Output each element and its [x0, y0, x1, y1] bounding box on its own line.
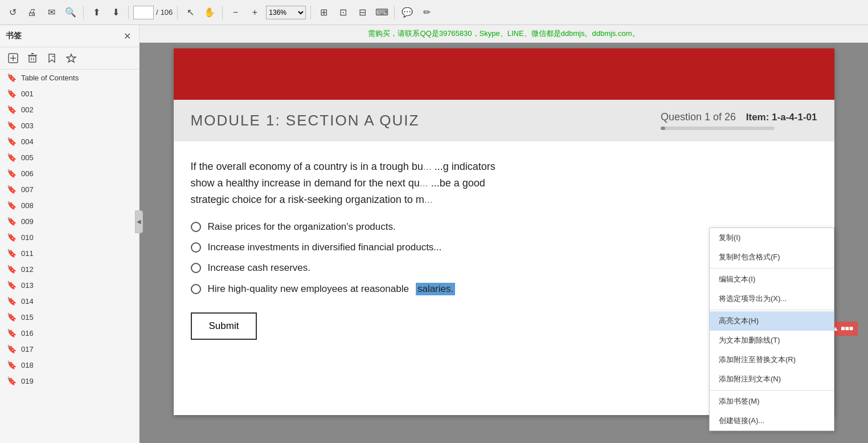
sidebar-item-label-015: 015: [21, 313, 34, 322]
divider-1: [83, 6, 84, 19]
sidebar-star-button[interactable]: [64, 51, 79, 66]
upload-button[interactable]: ⬆: [88, 5, 104, 21]
sidebar-item-label-016: 016: [21, 329, 34, 338]
sidebar: 书签 ✕ 🔖 Table of Contents: [0, 25, 140, 443]
sidebar-item-014[interactable]: 🔖 014: [0, 293, 139, 309]
watermark-bar: 需购买，请联系QQ是39765830，Skype、LINE、微信都是ddbmjs…: [140, 25, 868, 43]
sidebar-list[interactable]: 🔖 Table of Contents 🔖 001 🔖 002 🔖 003 🔖 …: [0, 70, 139, 443]
sidebar-toc-header[interactable]: 🔖 Table of Contents: [0, 70, 139, 86]
pdf-radio-3[interactable]: [191, 263, 201, 273]
sidebar-item-label-004: 004: [21, 137, 34, 146]
toc-bookmark-icon: 🔖: [7, 73, 17, 82]
bookmark-icon-002: 🔖: [7, 105, 17, 114]
context-menu-edit-text[interactable]: 编辑文本(I): [710, 270, 834, 289]
sidebar-item-015[interactable]: 🔖 015: [0, 309, 139, 325]
sidebar-item-005[interactable]: 🔖 005: [0, 149, 139, 165]
sidebar-item-003[interactable]: 🔖 003: [0, 117, 139, 133]
context-menu-divider-2: [710, 310, 834, 310]
context-menu-copy[interactable]: 复制(I): [710, 228, 834, 247]
pdf-radio-2[interactable]: [191, 242, 201, 253]
sidebar-bookmark-button[interactable]: [44, 51, 59, 66]
bookmark-icon-015: 🔖: [7, 312, 17, 322]
sidebar-item-006[interactable]: 🔖 006: [0, 165, 139, 181]
bookmark-icon-019: 🔖: [7, 376, 17, 385]
sidebar-title: 书签: [6, 31, 22, 41]
sidebar-add-button[interactable]: [6, 51, 21, 66]
pdf-option-text-4-prefix: Hire high-quality new employees at reaso…: [208, 283, 409, 295]
context-menu-export[interactable]: 将选定项导出为(X)...: [710, 289, 834, 308]
comment-button[interactable]: 💬: [399, 5, 415, 21]
print-button[interactable]: 🖨: [24, 5, 40, 21]
pdf-section-header: MODULE 1: SECTION A QUIZ Question 1 of 2…: [174, 100, 834, 141]
context-menu-create-link[interactable]: 创建链接(A)...: [710, 411, 834, 430]
bookmark-icon-006: 🔖: [7, 169, 17, 178]
sidebar-item-019[interactable]: 🔖 019: [0, 373, 139, 389]
download-button[interactable]: ⬇: [108, 5, 124, 21]
bookmark-icon-007: 🔖: [7, 185, 17, 194]
zoom-out-button[interactable]: −: [227, 5, 243, 21]
sidebar-delete-button[interactable]: [25, 51, 40, 66]
sidebar-item-label-019: 019: [21, 377, 34, 385]
sidebar-item-001[interactable]: 🔖 001: [0, 86, 139, 101]
context-menu-add-bookmark[interactable]: 添加书签(M): [710, 392, 834, 411]
context-menu-highlight[interactable]: 高亮文本(H): [710, 311, 834, 331]
sidebar-item-label-013: 013: [21, 281, 34, 290]
zoom-select[interactable]: 136% 100% 150% 200%: [266, 6, 306, 19]
pdf-radio-4[interactable]: [191, 284, 201, 294]
bookmark-icon-005: 🔖: [7, 153, 17, 162]
submit-button[interactable]: Submit: [191, 312, 257, 340]
pdf-area: 需购买，请联系QQ是39765830，Skype、LINE、微信都是ddbmjs…: [140, 25, 868, 443]
context-menu-strikethrough[interactable]: 为文本加删除线(T): [710, 331, 834, 350]
sidebar-item-010[interactable]: 🔖 010: [0, 229, 139, 245]
sidebar-item-label-006: 006: [21, 169, 34, 178]
divider-2: [128, 6, 129, 19]
fit-page-button[interactable]: ⊞: [316, 5, 331, 21]
pdf-radio-1[interactable]: [191, 222, 201, 232]
page-input[interactable]: 3: [133, 6, 154, 19]
sidebar-item-011[interactable]: 🔖 011: [0, 245, 139, 261]
sidebar-item-label-002: 002: [21, 105, 34, 114]
pdf-red-banner: [174, 48, 834, 100]
bookmark-icon-012: 🔖: [7, 265, 17, 274]
pdf-option-text-4-highlight: salaries.: [416, 283, 455, 295]
hand-tool-button[interactable]: ✋: [202, 5, 218, 21]
sidebar-item-label-003: 003: [21, 121, 34, 130]
pdf-module-title: MODULE 1: SECTION A QUIZ: [191, 112, 420, 129]
context-menu-replace-note[interactable]: 添加附注至替换文本(R): [710, 350, 834, 369]
context-menu-add-note[interactable]: 添加附注到文本(N): [710, 369, 834, 389]
context-menu-copy-format[interactable]: 复制时包含格式(F): [710, 247, 834, 267]
sidebar-item-012[interactable]: 🔖 012: [0, 261, 139, 277]
sidebar-close-button[interactable]: ✕: [121, 30, 133, 42]
fit-width-button[interactable]: ⊡: [335, 5, 351, 21]
sidebar-item-label-017: 017: [21, 345, 34, 353]
sidebar-item-013[interactable]: 🔖 013: [0, 277, 139, 293]
sidebar-item-label-007: 007: [21, 185, 34, 194]
context-menu-divider-3: [710, 390, 834, 391]
cursor-tool-button[interactable]: ↖: [182, 5, 198, 21]
email-button[interactable]: ✉: [43, 5, 59, 21]
pdf-question-info: Question 1 of 26 Item: 1-a-4-1-01: [661, 111, 817, 130]
sidebar-toolbar: [0, 47, 139, 70]
page-separator: /: [156, 8, 158, 17]
sidebar-item-004[interactable]: 🔖 004: [0, 133, 139, 149]
sidebar-item-009[interactable]: 🔖 009: [0, 213, 139, 229]
sidebar-item-017[interactable]: 🔖 017: [0, 341, 139, 357]
sidebar-item-008[interactable]: 🔖 008: [0, 197, 139, 213]
fit-height-button[interactable]: ⊟: [354, 5, 370, 21]
sidebar-item-label-011: 011: [21, 249, 34, 258]
bookmark-icon-016: 🔖: [7, 328, 17, 338]
keyboard-button[interactable]: ⌨: [374, 5, 390, 21]
sidebar-item-002[interactable]: 🔖 002: [0, 101, 139, 117]
sidebar-item-018[interactable]: 🔖 018: [0, 357, 139, 373]
sidebar-item-007[interactable]: 🔖 007: [0, 181, 139, 197]
sidebar-item-016[interactable]: 🔖 016: [0, 325, 139, 341]
sidebar-item-label-014: 014: [21, 297, 34, 306]
rotate-left-button[interactable]: ↺: [5, 5, 21, 21]
bookmark-icon-008: 🔖: [7, 201, 17, 210]
sidebar-item-label-010: 010: [21, 233, 34, 242]
bookmark-icon-004: 🔖: [7, 137, 17, 146]
sidebar-collapse-handle[interactable]: ◀: [135, 210, 143, 233]
search-button[interactable]: 🔍: [63, 5, 79, 21]
zoom-in-button[interactable]: +: [247, 5, 263, 21]
pen-button[interactable]: ✏: [419, 5, 435, 21]
